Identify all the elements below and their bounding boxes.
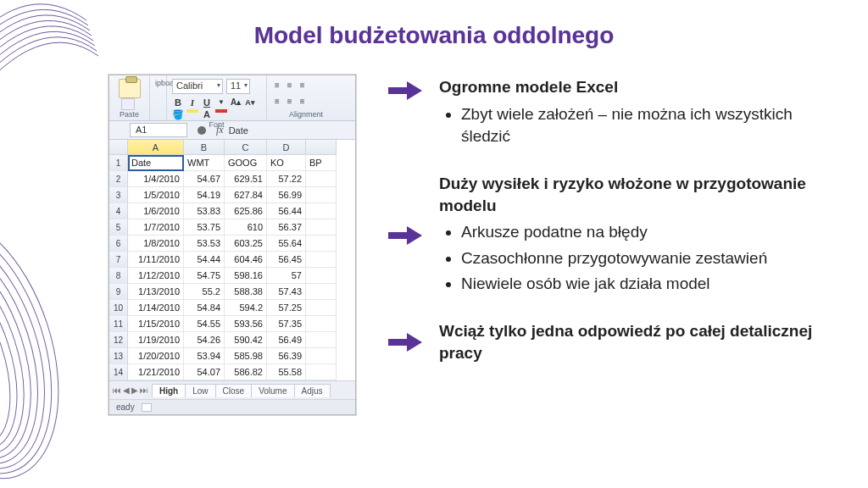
table-cell: 53.94 (184, 348, 225, 364)
table-cell: 604.46 (225, 252, 267, 268)
row-header: 8 (109, 268, 128, 284)
select-all-corner (109, 140, 128, 155)
table-cell: 54.07 (184, 364, 225, 380)
table-cell: 593.56 (225, 316, 267, 332)
svg-point-7 (0, 263, 29, 455)
align-right-icon: ≡ (298, 95, 308, 108)
name-box: A1 (130, 123, 187, 137)
table-cell (306, 171, 337, 187)
table-cell: 53.53 (184, 236, 225, 252)
table-cell: 54.55 (184, 316, 225, 332)
table-cell: 54.44 (184, 252, 225, 268)
row-header: 7 (109, 252, 128, 268)
sheet-tab: Volume (251, 384, 294, 397)
table-cell: 1/15/2010 (128, 316, 184, 332)
row-header: 12 (109, 332, 128, 348)
table-cell (306, 364, 337, 380)
point-bullet: Zbyt wiele założeń – nie można ich wszys… (461, 103, 846, 147)
table-cell: 54.75 (184, 268, 225, 284)
svg-point-2 (0, 214, 72, 487)
table-cell (306, 203, 337, 219)
col-header: C (225, 140, 267, 155)
tab-scroll-last-icon: ⏭ (140, 385, 148, 395)
col-header: B (184, 140, 225, 155)
row-header: 14 (109, 364, 128, 380)
sheet-tab: Close (215, 384, 253, 397)
row-header: 13 (109, 348, 128, 364)
table-cell: 57 (267, 268, 306, 284)
align-center-icon: ≡ (285, 95, 295, 108)
clipboard-label: ipboard (155, 79, 161, 87)
table-cell: 585.98 (225, 348, 267, 364)
table-cell: 57.22 (267, 171, 306, 187)
table-cell (306, 316, 337, 332)
row-header: 10 (109, 300, 128, 316)
point-heading: Ogromne modele Excel (439, 76, 846, 98)
table-cell: 1/21/2010 (128, 364, 184, 380)
table-cell: KO (267, 155, 306, 171)
cut-icon (121, 98, 135, 110)
point-heading: Duży wysiłek i ryzyko włożone w przygoto… (439, 173, 846, 216)
table-cell (306, 252, 337, 268)
table-cell: 610 (225, 219, 267, 236)
excel-screenshot: Paste ipboard Calibri 11 B I U ▼ A▴ (108, 75, 356, 415)
table-cell: 1/14/2010 (128, 300, 184, 316)
point-heading: Wciąż tylko jedna odpowiedź po całej det… (439, 320, 846, 363)
font-size-select: 11 (226, 79, 250, 94)
table-cell: 627.84 (225, 187, 267, 203)
table-cell: 1/6/2010 (128, 203, 184, 219)
svg-point-6 (0, 253, 37, 462)
table-cell (306, 268, 337, 284)
font-grow-icon: A▴ (230, 97, 242, 108)
table-cell: 54.19 (184, 187, 225, 203)
table-cell: 629.51 (225, 171, 267, 187)
table-cell: 1/7/2010 (128, 219, 184, 236)
table-cell: 57.35 (267, 316, 306, 332)
status-bar: eady (109, 399, 355, 414)
table-cell: 57.43 (267, 284, 306, 300)
table-cell (306, 332, 337, 348)
fill-color-icon: 🪣 (172, 108, 184, 120)
table-cell: 1/5/2010 (128, 187, 184, 203)
name-box-dropdown-icon (198, 126, 206, 135)
row-header: 9 (109, 284, 128, 300)
col-header: A (128, 140, 184, 155)
table-cell: 1/13/2010 (128, 284, 184, 300)
row-header: 3 (109, 187, 128, 203)
svg-point-0 (0, 203, 85, 488)
arrow-icon (383, 320, 424, 363)
table-cell: WMT (184, 155, 225, 171)
table-cell: 53.83 (184, 203, 225, 219)
table-cell: 1/4/2010 (128, 171, 184, 187)
status-text: eady (116, 402, 135, 412)
font-name-select: Calibri (172, 79, 223, 94)
bold-button: B (172, 97, 184, 108)
table-cell: 56.49 (267, 332, 306, 348)
table-cell: 55.64 (267, 236, 306, 252)
spreadsheet-grid: A B C D 1DateWMTGOOGKOBP21/4/201054.6762… (109, 140, 355, 380)
align-left-icon: ≡ (272, 95, 282, 108)
formula-bar-value: Date (229, 125, 248, 136)
table-cell: 55.2 (184, 284, 225, 300)
font-color-swatch (215, 109, 227, 113)
table-cell: 1/8/2010 (128, 236, 184, 252)
paste-label: Paste (120, 110, 139, 119)
point-bullet: Czasochłonne przygotowywanie zestawień (461, 247, 846, 269)
table-cell (306, 187, 337, 203)
sheet-tab: Adjus (294, 384, 331, 397)
fx-icon: fx (216, 124, 224, 136)
table-cell: 603.25 (225, 236, 267, 252)
font-shrink-icon: A▾ (244, 97, 256, 108)
table-cell: 1/12/2010 (128, 268, 184, 284)
row-header: 5 (109, 219, 128, 236)
arrow-icon (383, 76, 424, 151)
svg-point-3 (0, 224, 64, 480)
table-cell: 53.75 (184, 219, 225, 236)
svg-point-4 (0, 234, 54, 474)
table-cell: 54.26 (184, 332, 225, 348)
underline-button: U (201, 97, 213, 108)
table-cell: 598.16 (225, 268, 267, 284)
paste-icon (119, 79, 141, 98)
table-cell: 54.84 (184, 300, 225, 316)
point-bullet: Niewiele osób wie jak działa model (461, 273, 846, 295)
